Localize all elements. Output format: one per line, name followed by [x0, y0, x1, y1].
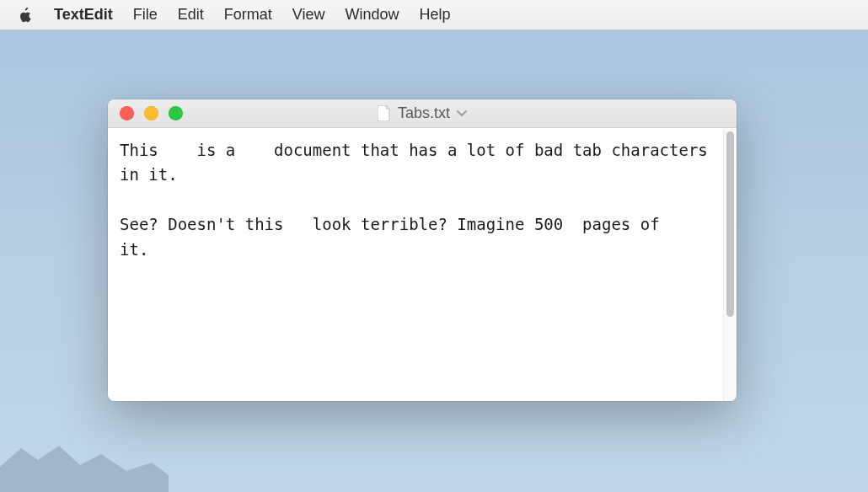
- menubar-window[interactable]: Window: [345, 6, 399, 24]
- textedit-window: Tabs.txt This is a document that has a l…: [108, 99, 737, 401]
- window-titlebar[interactable]: Tabs.txt: [108, 99, 737, 128]
- traffic-lights: [108, 106, 183, 120]
- menubar-edit[interactable]: Edit: [178, 6, 204, 24]
- window-title-group[interactable]: Tabs.txt: [378, 104, 467, 122]
- minimize-button[interactable]: [144, 106, 158, 120]
- document-text-area[interactable]: This is a document that has a lot of bad…: [108, 128, 723, 401]
- chevron-down-icon: [457, 110, 467, 117]
- menubar-help[interactable]: Help: [419, 6, 450, 24]
- close-button[interactable]: [120, 106, 134, 120]
- zoom-button[interactable]: [169, 106, 183, 120]
- menubar-file[interactable]: File: [133, 6, 158, 24]
- menubar: TextEdit File Edit Format View Window He…: [0, 0, 868, 30]
- menubar-app-name[interactable]: TextEdit: [54, 6, 113, 24]
- content-area: This is a document that has a lot of bad…: [108, 128, 737, 401]
- menubar-view[interactable]: View: [292, 6, 325, 24]
- scrollbar-thumb[interactable]: [726, 131, 734, 317]
- window-title-text: Tabs.txt: [398, 104, 450, 122]
- apple-menu-icon[interactable]: [17, 6, 34, 24]
- wallpaper-mountain: [0, 441, 169, 492]
- document-icon: [378, 105, 391, 121]
- menubar-format[interactable]: Format: [224, 6, 272, 24]
- vertical-scrollbar[interactable]: [723, 128, 737, 401]
